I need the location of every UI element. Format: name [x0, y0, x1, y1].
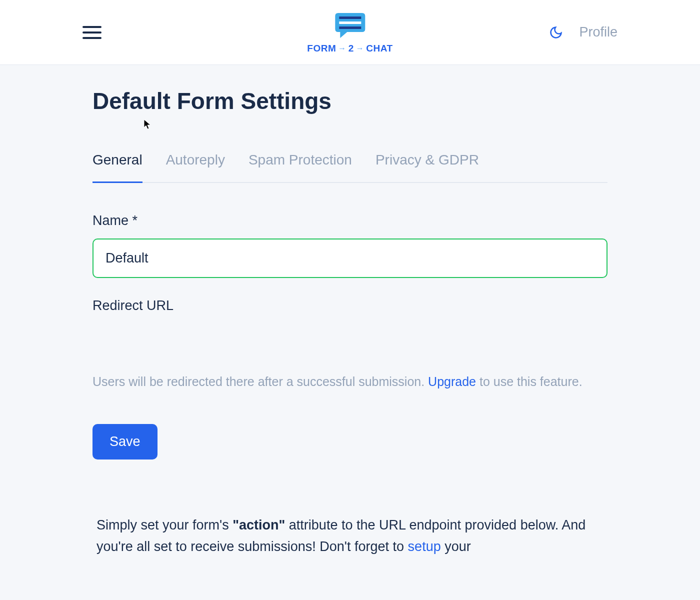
save-button[interactable]: Save [92, 424, 158, 460]
dark-mode-toggle-icon[interactable] [549, 26, 563, 40]
profile-link[interactable]: Profile [579, 24, 618, 40]
tabs-nav: General Autoreply Spam Protection Privac… [92, 152, 608, 183]
tab-autoreply[interactable]: Autoreply [166, 152, 225, 182]
form-group-name: Name * [92, 213, 608, 278]
redirect-url-label: Redirect URL [92, 298, 608, 314]
logo-chat-icon [333, 11, 367, 40]
logo-text: FORM → 2 → CHAT [307, 43, 392, 54]
tab-spam-protection[interactable]: Spam Protection [248, 152, 352, 182]
svg-rect-1 [339, 22, 361, 24]
header-right: Profile [549, 24, 618, 40]
tab-general[interactable]: General [92, 152, 142, 182]
help-description: Simply set your form's "action" attribut… [92, 514, 608, 558]
tab-privacy-gdpr[interactable]: Privacy & GDPR [376, 152, 479, 182]
setup-link[interactable]: setup [408, 539, 441, 554]
name-input[interactable] [92, 238, 608, 278]
app-header: FORM → 2 → CHAT Profile [0, 0, 700, 65]
form-group-redirect: Redirect URL Users will be redirected th… [92, 298, 608, 392]
svg-rect-2 [339, 26, 361, 29]
upgrade-link[interactable]: Upgrade [428, 374, 476, 388]
name-label: Name * [92, 213, 608, 228]
hamburger-menu-icon[interactable] [82, 26, 102, 39]
redirect-help-text: Users will be redirected there after a s… [92, 372, 608, 392]
page-title: Default Form Settings [92, 88, 608, 114]
redirect-url-input[interactable] [92, 324, 608, 368]
main-content: Default Form Settings General Autoreply … [0, 65, 700, 558]
svg-rect-0 [339, 16, 361, 19]
app-logo[interactable]: FORM → 2 → CHAT [307, 11, 392, 54]
